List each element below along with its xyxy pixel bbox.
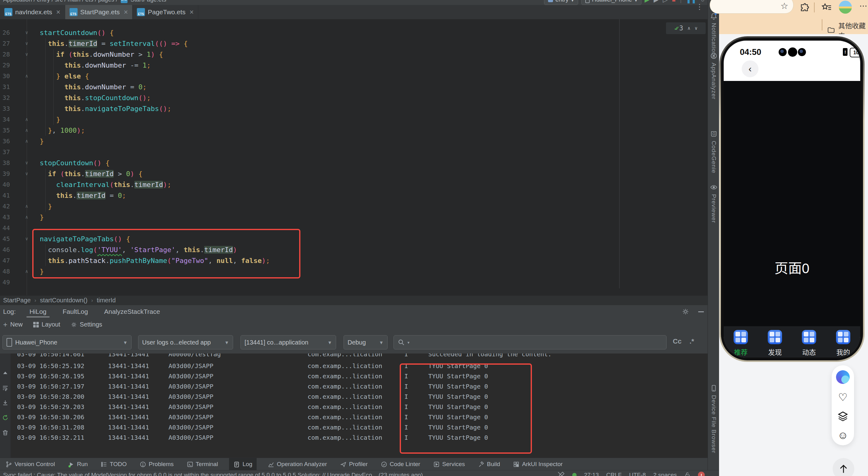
bookmark-star-icon[interactable]: ☆	[780, 1, 788, 11]
restart-icon[interactable]	[2, 414, 9, 421]
log-row[interactable]: 03-09 16:50:30.20613441-13441A03d00/JSAP…	[0, 412, 708, 422]
breadcrumb-file[interactable]: StartPage.ets	[131, 0, 166, 3]
fold-marker-icon[interactable]: ∨	[16, 168, 37, 179]
run-button[interactable]: ▶	[645, 0, 649, 3]
log-output[interactable]: 03-09 16:50:14.66113441-13441A00000/test…	[0, 353, 708, 458]
toolwindow-operation-analyzer[interactable]: Operation Analyzer	[266, 458, 329, 470]
sync-status-message[interactable]: Sync failed : Cause: The value of ModelV…	[3, 472, 423, 476]
log-toolbar-settings-button[interactable]: Settings	[71, 321, 102, 328]
breadcrumb[interactable]: Application / entry / src / main / ets /…	[3, 0, 118, 3]
log-tab-HiLog[interactable]: HiLog	[28, 305, 48, 318]
tab-navIndex.ets[interactable]: ETSnavIndex.ets×	[0, 5, 65, 19]
address-bar[interactable]: ☆	[710, 0, 794, 14]
indent-setting[interactable]: 2 spaces	[653, 472, 677, 476]
log-row[interactable]: 03-09 16:50:28.20013441-13441A03d00/JSAP…	[0, 392, 708, 402]
log-row[interactable]: 03-09 16:50:29.20313441-13441A03d00/JSAP…	[0, 402, 708, 412]
caret-position[interactable]: 27:13	[584, 472, 599, 476]
log-type-select[interactable]: User logs o...elected app ▼	[138, 335, 233, 349]
fold-marker-icon[interactable]: ∨	[16, 49, 37, 60]
close-icon[interactable]: ×	[56, 8, 60, 16]
pause-button[interactable]: ❚❚	[686, 0, 696, 3]
fold-marker-icon[interactable]: ∨	[16, 27, 37, 38]
fold-marker-icon[interactable]: ∧	[16, 201, 37, 212]
toolwindow-problems[interactable]: Problems	[138, 458, 175, 470]
log-row[interactable]: 03-09 16:50:26.19513441-13441A03d00/JSAP…	[0, 371, 708, 381]
toolwindow-version-control[interactable]: Version Control	[4, 458, 57, 470]
fold-marker-icon[interactable]: ∧	[16, 136, 37, 147]
extensions-icon[interactable]	[799, 2, 810, 13]
fold-marker-icon[interactable]: ∧	[16, 125, 37, 136]
toolwindow-arkui-inspector[interactable]: ArkUI Inspector	[511, 458, 564, 470]
tab-PageTwo.ets[interactable]: ETSPageTwo.ets×	[132, 5, 198, 19]
health-heart-icon[interactable]: ♡	[838, 392, 847, 403]
log-toolbar-layout-button[interactable]: Layout	[33, 321, 60, 328]
breadcrumb-item[interactable]: StartPage	[3, 297, 31, 304]
fold-marker-icon[interactable]: ∧	[16, 266, 37, 277]
tab-StartPage.ets[interactable]: ETSStartPage.ets×	[65, 5, 133, 19]
toolwindow-todo[interactable]: TODO	[99, 458, 129, 470]
log-tab-AnalyzeStackTrace[interactable]: AnalyzeStackTrace	[103, 305, 161, 318]
pen-disabled-icon[interactable]	[557, 471, 565, 476]
lock-icon[interactable]	[684, 472, 690, 476]
fold-marker-icon[interactable]: ∨	[16, 234, 37, 244]
close-icon[interactable]: ×	[190, 8, 194, 16]
phone-tab-发现[interactable]: 发现	[758, 326, 792, 358]
log-row[interactable]: 03-09 16:50:32.21113441-13441A03d00/JSAP…	[0, 433, 708, 443]
back-button[interactable]: ‹	[742, 61, 758, 77]
log-row-clipped[interactable]: 03-09 16:50:14.66113441-13441A00000/test…	[0, 353, 708, 360]
phone-tab-我的[interactable]: 我的	[826, 326, 860, 358]
regex-toggle[interactable]: .*	[689, 337, 694, 345]
ai-assistant-icon[interactable]	[836, 370, 850, 384]
scroll-to-top-button[interactable]	[833, 458, 854, 476]
profile-avatar[interactable]	[839, 1, 852, 14]
prev-problem-icon[interactable]: ∧	[687, 26, 690, 31]
stripe-device-file-browser[interactable]: Device File Browser	[708, 384, 719, 453]
toolwindow-log[interactable]: Log	[229, 458, 257, 470]
fold-marker-icon[interactable]: ∧	[16, 212, 37, 223]
toolwindow-profiler[interactable]: Profiler	[338, 458, 370, 470]
scroll-up-icon[interactable]	[2, 370, 9, 376]
fold-marker-icon[interactable]: ∨	[16, 158, 37, 168]
match-case-toggle[interactable]: Cc	[673, 337, 681, 345]
log-row[interactable]: 03-09 16:50:25.19213441-13441A03d00/JSAP…	[0, 361, 708, 371]
profile-button[interactable]: ▷	[663, 0, 668, 3]
log-row[interactable]: 03-09 16:50:31.20813441-13441A03d00/JSAP…	[0, 422, 708, 433]
log-level-select[interactable]: Debug ▼	[344, 335, 388, 349]
favorites-list-icon[interactable]	[821, 2, 832, 14]
module-select[interactable]: entry▾	[544, 0, 578, 5]
scroll-to-end-icon[interactable]	[2, 399, 9, 406]
log-search-input[interactable]	[412, 339, 662, 346]
debug-button[interactable]: ▶	[654, 0, 658, 3]
minimize-icon[interactable]	[698, 311, 704, 312]
soft-wrap-icon[interactable]	[2, 384, 9, 392]
phone-tab-推荐[interactable]: 推荐	[724, 326, 758, 358]
stop-button[interactable]: ■	[672, 0, 676, 3]
close-icon[interactable]: ×	[124, 8, 128, 16]
device-filter-select[interactable]: Huawei_Phone ▼	[2, 335, 131, 349]
log-search-box[interactable]: ▾	[394, 335, 666, 349]
clear-log-icon[interactable]	[2, 429, 9, 436]
log-tab-FaultLog[interactable]: FaultLog	[61, 305, 89, 318]
log-toolbar-new-button[interactable]: +New	[3, 320, 23, 329]
device-select[interactable]: Huawei_Phone▾	[581, 0, 642, 5]
breadcrumb-item[interactable]: timerId	[97, 297, 116, 304]
log-row[interactable]: 03-09 16:50:27.19713441-13441A03d00/JSAP…	[0, 381, 708, 392]
toolwindow-code-linter[interactable]: Code Linter	[379, 458, 422, 470]
inspection-widget[interactable]: ✓✓3 ∧ ∨	[666, 22, 706, 34]
code-editor[interactable]: 26∨startCountdown() {27∨ this.timerId = …	[0, 19, 708, 295]
fold-marker-icon[interactable]: ∧	[16, 114, 37, 125]
file-encoding[interactable]: UTF-8	[629, 472, 646, 476]
feedback-smiley-icon[interactable]: ☺	[838, 430, 848, 440]
stripe-appanalyzer[interactable]: AppAnalyzer	[708, 52, 719, 100]
layers-icon[interactable]	[837, 411, 848, 422]
line-ending[interactable]: CRLF	[607, 472, 622, 476]
toolwindow-services[interactable]: Services	[431, 458, 467, 470]
stripe-previewer[interactable]: Previewer	[708, 183, 719, 223]
kebab-menu-icon[interactable]: ⋮	[696, 2, 703, 11]
toolwindow-run[interactable]: Run	[66, 458, 90, 470]
process-select[interactable]: [13441] co...application ▼	[241, 335, 336, 349]
phone-screen[interactable]: 04:50 ! 100 ‹ 页面0 推荐发现动态我的	[724, 41, 860, 358]
error-count-badge[interactable]: !	[698, 472, 705, 476]
toolwindow-build[interactable]: Build	[476, 458, 502, 470]
more-icon[interactable]: ⋯	[859, 1, 867, 11]
